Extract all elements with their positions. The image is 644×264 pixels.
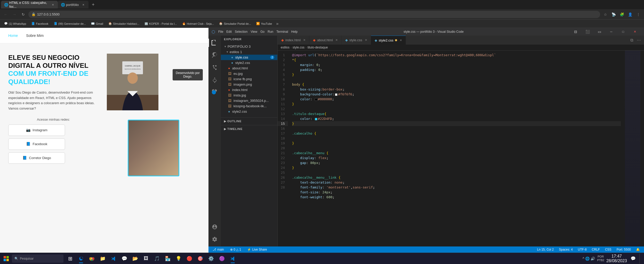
extensions-button[interactable]: 🧩	[618, 11, 625, 18]
settings-activity-button[interactable]	[208, 233, 221, 245]
editor-tab-style[interactable]: ◆ style.css ✕	[342, 36, 371, 45]
status-git[interactable]: ⎇ main	[212, 248, 225, 251]
corretor-button[interactable]: 📘 Corretor Diego	[8, 152, 65, 164]
new-tab-button[interactable]: +	[90, 1, 97, 8]
project-root[interactable]: ▼ PORTIFÓLIO 3	[221, 44, 277, 49]
instagram-button[interactable]: 📷 Instagram	[8, 125, 65, 136]
index-tab-close[interactable]: ✕	[303, 38, 305, 42]
vscode-maximize-button[interactable]: □	[617, 28, 629, 36]
taskbar-target-icon[interactable]: 🎯	[195, 253, 205, 264]
code-editor[interactable]: @import url(`https://fonts.googleapis.co…	[288, 51, 625, 246]
split-editor-button[interactable]: ⧉	[629, 37, 635, 43]
code-area[interactable]: 12345 678910 1112131415 1617181920 21222…	[278, 51, 644, 246]
breadcrumb-estilos[interactable]: estilos	[281, 46, 289, 49]
tab-1[interactable]: 🌐 HTML e CSS: cabeçalho, foc... ✕	[1, 1, 58, 9]
taskbar-yellow-icon[interactable]: 💡	[173, 253, 184, 264]
bookmark-gmail[interactable]: ✉️ Gmail	[89, 21, 105, 26]
bookmark-simulador1[interactable]: 🏠 SImulador Habitaci...	[106, 21, 141, 26]
vscode-minimize-button[interactable]: ─	[605, 28, 617, 36]
kisspng-item[interactable]: 🖼 kisspng-facebook-lik...	[221, 103, 277, 109]
bookmark-hotmart[interactable]: 🔥 Hotmart Club - Seja...	[180, 21, 216, 26]
vscode-menu-help[interactable]: Help	[291, 30, 298, 34]
taskbar-store[interactable]: 🏪	[163, 253, 173, 264]
editor-tab-style2[interactable]: ◆ style2.css ✕	[371, 36, 406, 45]
taskbar-chrome[interactable]	[87, 253, 97, 264]
menu-button[interactable]: ⋮	[635, 11, 642, 18]
start-button[interactable]	[1, 253, 11, 264]
taskbar-vscode-active[interactable]	[228, 253, 238, 264]
instagram-png-item[interactable]: 🖼 instagram_3955024.p...	[221, 98, 277, 103]
status-spaces[interactable]: Spaces: 4	[558, 248, 574, 251]
status-errors[interactable]: ⊗ 0 △ 1	[229, 248, 242, 251]
nav-home[interactable]: Home	[8, 34, 18, 38]
taskbar-photos[interactable]: 🖼	[141, 253, 151, 264]
status-port[interactable]: Port: 5500	[616, 248, 632, 251]
icone-fb-item[interactable]: 🖼 icone fb.png	[221, 76, 277, 82]
editor-tab-index[interactable]: ◆ index.html ✕	[278, 36, 309, 45]
bookmark-facebook[interactable]: 📘 Facebook	[29, 21, 50, 26]
account-button[interactable]	[208, 221, 221, 233]
scrollbar-decoration[interactable]	[640, 51, 644, 246]
taskbar-search[interactable]: 🔍 Pesquisar	[12, 254, 63, 263]
vscode-close-button[interactable]: ✕	[629, 28, 641, 36]
vscode-menu-run[interactable]: Run	[268, 30, 273, 34]
about-html-item[interactable]: ● about.html	[221, 65, 277, 71]
bookmark-gerenciador[interactable]: 📘 (99) Gerenciador de...	[52, 21, 88, 26]
style-css-item[interactable]: ● style.css 2	[221, 55, 277, 60]
more-actions-button[interactable]: ⋯	[636, 37, 642, 43]
status-liveshare[interactable]: ⚡ Live Share	[246, 248, 268, 251]
vscode-menu-view[interactable]: View	[251, 30, 257, 34]
style2-css-item[interactable]: ● style2.css	[221, 60, 277, 65]
facebook-button[interactable]: 📘 Facebook	[8, 138, 65, 150]
status-notifications[interactable]: 🔔	[635, 248, 641, 251]
tab-1-close[interactable]: ✕	[51, 3, 55, 7]
vscode-sidebar-toggle[interactable]: ⬛	[582, 28, 593, 36]
chevron-icon[interactable]: ^	[583, 257, 584, 261]
profile-button[interactable]: 👤	[626, 11, 634, 18]
taskbar-red-icon[interactable]: 🔴	[184, 253, 195, 264]
status-position[interactable]: Ln 15, Col 2	[536, 248, 555, 251]
show-desktop-button[interactable]	[639, 253, 641, 264]
taskbar-settings-icon[interactable]: ⚙️	[206, 253, 216, 264]
vscode-menu-edit[interactable]: Edit	[226, 30, 232, 34]
status-language[interactable]: CSS	[604, 248, 613, 251]
about-tab-close[interactable]: ✕	[335, 38, 338, 42]
extensions-activity-button[interactable]	[208, 86, 221, 98]
vscode-layout-icon[interactable]: ⊟	[570, 28, 582, 36]
taskbar-vscode-icon[interactable]	[108, 253, 119, 264]
nav-about[interactable]: Sobre Mim	[26, 34, 44, 38]
imagem-item[interactable]: 🖼 imagem.png	[221, 82, 277, 87]
vscode-menu-terminal[interactable]: Terminal	[276, 30, 288, 34]
vscode-menu-file[interactable]: File	[218, 30, 223, 34]
debug-button[interactable]	[208, 74, 221, 86]
volume-icon[interactable]: 🔊	[591, 257, 595, 261]
vscode-menu-go[interactable]: Go	[260, 30, 264, 34]
estilos-folder[interactable]: ▼ estilos 1	[221, 49, 277, 55]
bookmarks-more-button[interactable]: »	[275, 21, 279, 26]
editor-tab-about[interactable]: ◆ about.html ✕	[309, 36, 342, 45]
status-encoding[interactable]: UTF-8	[577, 248, 588, 251]
index-html-item[interactable]: ● index.html	[221, 87, 277, 93]
refresh-button[interactable]: ↻	[20, 11, 27, 18]
outline-header[interactable]: ▶ OUTLINE	[221, 117, 277, 125]
style2-css-bottom-item[interactable]: ● style2.css	[221, 109, 277, 114]
cast-button[interactable]: 📡	[610, 11, 617, 18]
search-activity-button[interactable]	[208, 49, 221, 61]
tab-2-close[interactable]: ✕	[81, 3, 85, 7]
insta-jpg-item[interactable]: 🖼 insta.jpg	[221, 93, 277, 98]
vscode-menu-selection[interactable]: Selection	[235, 30, 247, 34]
taskbar-folder2[interactable]: 📂	[130, 253, 140, 264]
network-icon[interactable]: 🌐	[585, 257, 590, 261]
address-bar[interactable]: 🔒 127.0.0.1:5500	[28, 11, 600, 18]
breadcrumb-style-css[interactable]: style.css	[293, 46, 304, 49]
bookmark-simulador2[interactable]: 🏠 Simulador Portal de...	[217, 21, 253, 26]
bookmark-whatsapp[interactable]: 💬 (1) WhatsApp	[2, 21, 28, 26]
tab-2[interactable]: 🌐 portifólio ✕	[58, 1, 88, 9]
vscode-panel-toggle[interactable]: ▭	[593, 28, 605, 36]
taskbar-task-view[interactable]: ⊞	[65, 253, 75, 264]
bookmark-youtube[interactable]: ▶️ YouTube	[254, 21, 274, 26]
bookmark-koper[interactable]: 🏢 KOPER - Portal da I...	[142, 21, 179, 26]
back-button[interactable]: ←	[2, 11, 9, 18]
notification-center[interactable]: 💬	[629, 254, 637, 263]
status-line-ending[interactable]: CRLF	[591, 248, 601, 251]
